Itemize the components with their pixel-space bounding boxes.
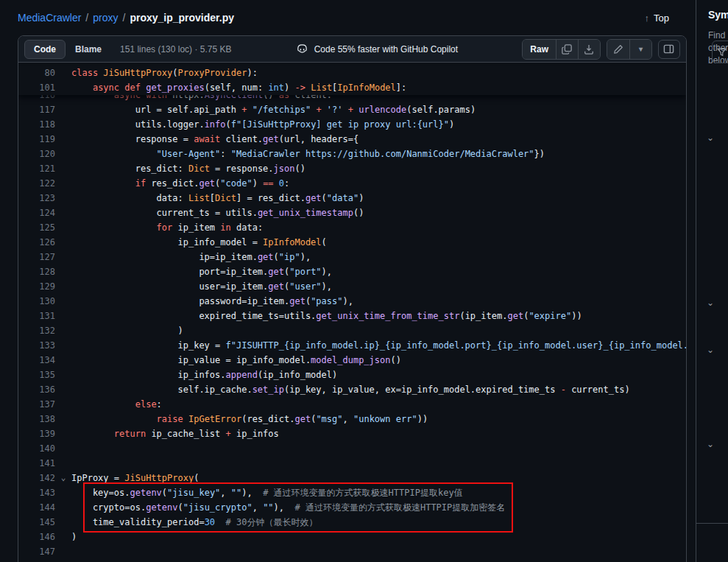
line-number[interactable]: 133 xyxy=(18,338,55,353)
code-line: 128 port=ip_item.get("port"), xyxy=(18,264,686,279)
line-number[interactable]: 129 xyxy=(18,279,55,294)
raw-button[interactable]: Raw xyxy=(523,40,556,59)
line-number[interactable]: 120 xyxy=(18,147,55,161)
code-text: class JiSuHttpProxy(ProxyProvider): xyxy=(71,66,258,80)
line-number[interactable]: 122 xyxy=(18,176,55,191)
line-number[interactable]: 135 xyxy=(18,368,55,382)
line-number[interactable]: 137 xyxy=(18,397,55,412)
code-text: ) xyxy=(71,323,183,338)
line-number[interactable]: 140 xyxy=(18,441,55,456)
copilot-banner[interactable]: Code 55% faster with GitHub Copilot xyxy=(296,43,458,55)
fold-spacer xyxy=(55,412,71,426)
code-text: ip_infos.append(ip_info_model) xyxy=(71,368,337,382)
edit-button[interactable] xyxy=(607,40,629,59)
sticky-context-lines: 80class JiSuHttpProxy(ProxyProvider):101… xyxy=(18,66,686,95)
line-number[interactable]: 127 xyxy=(18,250,55,264)
line-number[interactable]: 145 xyxy=(18,515,55,530)
code-text: for ip_item in data: xyxy=(71,220,263,235)
code-lines: 116 async with httpx.AsyncClient() as cl… xyxy=(18,95,686,562)
line-number[interactable]: 124 xyxy=(18,206,55,220)
code-line: 130 password=ip_item.get("pass"), xyxy=(18,294,686,309)
edit-dropdown-button[interactable]: ▾ xyxy=(629,40,651,59)
line-number[interactable]: 117 xyxy=(18,102,55,117)
fold-spacer xyxy=(55,515,71,530)
code-line: 123 data: List[Dict] = res_dict.get("dat… xyxy=(18,191,686,206)
line-number[interactable]: 101 xyxy=(18,80,55,95)
line-number[interactable]: 125 xyxy=(18,220,55,235)
line-number[interactable]: 144 xyxy=(18,500,55,515)
download-button[interactable] xyxy=(578,40,600,59)
fold-spacer xyxy=(55,279,71,294)
download-icon xyxy=(584,44,594,55)
line-number[interactable]: 123 xyxy=(18,191,55,206)
code-line: 145 time_validity_period=30 # 30分钟（最长时效） xyxy=(18,515,686,530)
line-number[interactable]: 142 xyxy=(18,471,55,485)
line-number[interactable]: 119 xyxy=(18,132,55,147)
line-number[interactable]: 80 xyxy=(18,66,55,80)
breadcrumb-repo-link[interactable]: MediaCrawler xyxy=(18,12,81,24)
fold-spacer xyxy=(55,368,71,382)
fold-spacer xyxy=(55,132,71,147)
symbols-panel-button[interactable] xyxy=(658,40,680,59)
chevron-down-icon[interactable]: ⌄ xyxy=(707,345,714,355)
tab-blame[interactable]: Blame xyxy=(66,40,111,59)
code-blame-switcher: Code Blame xyxy=(24,40,111,59)
line-number[interactable]: 128 xyxy=(18,264,55,279)
code-text: port=ip_item.get("port"), xyxy=(71,264,332,279)
code-line: 129 user=ip_item.get("user"), xyxy=(18,279,686,294)
code-line: 126 ip_info_model = IpInfoModel( xyxy=(18,235,686,250)
line-number[interactable]: 146 xyxy=(18,530,55,544)
line-number[interactable]: 138 xyxy=(18,412,55,426)
line-number[interactable]: 136 xyxy=(18,382,55,397)
fold-chevron-icon[interactable]: ⌄ xyxy=(55,471,71,485)
code-line: 141 xyxy=(18,456,686,471)
code-area: 80class JiSuHttpProxy(ProxyProvider):101… xyxy=(18,63,686,562)
line-number[interactable]: 147 xyxy=(18,544,55,559)
fold-spacer xyxy=(55,176,71,191)
code-line: 127 ip=ip_item.get("ip"), xyxy=(18,250,686,264)
code-line: 147 xyxy=(18,544,686,559)
line-number[interactable]: 143 xyxy=(18,485,55,500)
line-number[interactable]: 141 xyxy=(18,456,55,471)
tab-code[interactable]: Code xyxy=(24,40,66,59)
chevron-down-icon[interactable]: ⌄ xyxy=(707,439,714,449)
copy-button[interactable] xyxy=(556,40,578,59)
line-number[interactable]: 131 xyxy=(18,309,55,323)
code-line: 134 ip_value = ip_info_model.model_dump_… xyxy=(18,353,686,368)
code-line: 119 response = await client.get(url, hea… xyxy=(18,132,686,147)
code-text: res_dict: Dict = response.json() xyxy=(71,161,305,176)
code-line: 131 expired_time_ts=utils.get_unix_time_… xyxy=(18,309,686,323)
code-text: ip_info_model = IpInfoModel( xyxy=(71,235,327,250)
code-text: if res_dict.get("code") == 0: xyxy=(71,176,289,191)
code-line: 101 async def get_proxies(self, num: int… xyxy=(18,80,686,95)
chevron-down-icon[interactable]: ⌄ xyxy=(707,133,714,143)
line-number[interactable]: 116 xyxy=(18,95,55,102)
line-number[interactable]: 139 xyxy=(18,426,55,441)
code-line: 139 return ip_cache_list + ip_infos xyxy=(18,426,686,441)
code-text: ip=ip_item.get("ip"), xyxy=(71,250,311,264)
fold-spacer xyxy=(55,485,71,500)
fold-spacer xyxy=(55,426,71,441)
code-text: response = await client.get(url, headers… xyxy=(71,132,358,147)
line-number[interactable]: 130 xyxy=(18,294,55,309)
back-to-top-button[interactable]: ↑ Top xyxy=(645,13,669,24)
fold-spacer xyxy=(55,353,71,368)
fold-spacer xyxy=(55,530,71,544)
back-to-top-label: Top xyxy=(654,13,669,24)
fold-spacer xyxy=(55,544,71,559)
fold-spacer xyxy=(55,147,71,161)
line-number[interactable]: 121 xyxy=(18,161,55,176)
chevron-down-icon[interactable]: ⌄ xyxy=(707,298,714,308)
line-number[interactable]: 118 xyxy=(18,117,55,132)
line-number[interactable]: 132 xyxy=(18,323,55,338)
line-number[interactable]: 134 xyxy=(18,353,55,368)
code-text: IpProxy = JiSuHttpProxy( xyxy=(71,471,199,485)
fold-spacer xyxy=(55,397,71,412)
breadcrumb-folder-link[interactable]: proxy xyxy=(93,12,118,24)
breadcrumb-file-name: proxy_ip_provider.py xyxy=(130,12,234,24)
fold-spacer xyxy=(55,235,71,250)
copilot-banner-text: Code 55% faster with GitHub Copilot xyxy=(314,44,458,55)
code-text: time_validity_period=30 # 30分钟（最长时效） xyxy=(71,515,317,530)
symbols-filter-input[interactable] xyxy=(712,41,728,63)
line-number[interactable]: 126 xyxy=(18,235,55,250)
